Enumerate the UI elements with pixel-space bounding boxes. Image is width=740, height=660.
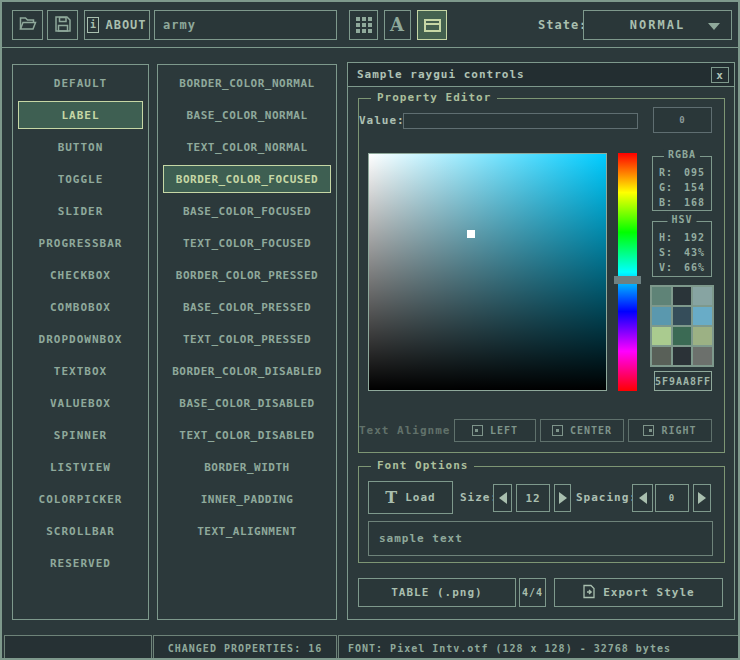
style-color-swatch[interactable] — [673, 307, 692, 325]
state-dropdown[interactable]: NORMAL — [583, 10, 732, 40]
hex-color-input[interactable]: 5F9AA8FF — [654, 371, 712, 391]
style-color-swatch[interactable] — [673, 287, 692, 305]
g-value: 154 — [684, 182, 705, 193]
grid-icon — [356, 17, 372, 33]
align-right-toggle[interactable]: RIGHT — [628, 419, 712, 442]
style-color-swatch[interactable] — [652, 327, 671, 345]
controls-list-item[interactable]: COLORPICKER — [18, 485, 143, 513]
property-item[interactable]: BASE_COLOR_NORMAL — [163, 101, 331, 129]
controls-list-item[interactable]: DROPDOWNBOX — [18, 325, 143, 353]
align-left-toggle[interactable]: LEFT — [454, 419, 536, 442]
style-color-swatch[interactable] — [652, 347, 671, 365]
properties-list: BORDER_COLOR_NORMAL BASE_COLOR_NORMAL TE… — [157, 64, 337, 620]
export-style-label: Export Style — [603, 586, 694, 599]
property-item[interactable]: TEXT_COLOR_PRESSED — [163, 325, 331, 353]
value-label: Value: — [359, 114, 405, 127]
font-size-increase-button[interactable] — [554, 484, 571, 512]
rgba-g-row: G: 154 — [653, 180, 711, 195]
font-size-valuebox[interactable]: 12 — [516, 484, 550, 512]
about-button[interactable]: i ABOUT — [84, 10, 150, 40]
sample-text-input[interactable]: sample text — [368, 521, 713, 556]
controls-list-item[interactable]: TEXTBOX — [18, 357, 143, 385]
controls-list-item[interactable]: SLIDER — [18, 197, 143, 225]
property-item[interactable]: TEXT_ALIGNMENT — [163, 517, 331, 545]
color-picker-cursor[interactable] — [467, 230, 475, 238]
controls-view-button[interactable] — [417, 10, 447, 40]
align-center-label: CENTER — [570, 425, 612, 436]
property-item[interactable]: TEXT_COLOR_DISABLED — [163, 421, 331, 449]
status-changed-properties: CHANGED PROPERTIES: 16 — [153, 635, 337, 660]
controls-list-item[interactable]: RESERVED — [18, 549, 143, 577]
font-size-value: 12 — [525, 492, 540, 505]
v-value: 66% — [684, 262, 705, 273]
h-value: 192 — [684, 232, 705, 243]
controls-list-item[interactable]: SPINNER — [18, 421, 143, 449]
align-right-icon — [643, 425, 654, 436]
controls-list-item[interactable]: CHECKBOX — [18, 261, 143, 289]
table-pages-valuebox[interactable]: 4/4 — [519, 578, 546, 607]
property-item[interactable]: BASE_COLOR_FOCUSED — [163, 197, 331, 225]
style-color-swatch[interactable] — [693, 287, 712, 305]
style-color-swatch[interactable] — [652, 287, 671, 305]
property-item[interactable]: INNER_PADDING — [163, 485, 331, 513]
grid-view-button[interactable] — [349, 10, 378, 40]
controls-list-item[interactable]: TOGGLE — [18, 165, 143, 193]
save-style-button[interactable] — [47, 10, 78, 40]
sample-window-titlebar[interactable]: Sample raygui controls x — [348, 63, 734, 87]
sample-controls-window: Sample raygui controls x Property Editor… — [347, 62, 735, 620]
property-item-selected[interactable]: BORDER_COLOR_FOCUSED — [163, 165, 331, 193]
font-size-decrease-button[interactable] — [493, 484, 512, 512]
value-input[interactable] — [403, 113, 638, 129]
value-button[interactable]: 0 — [653, 107, 712, 133]
controls-list-item[interactable]: SCROLLBAR — [18, 517, 143, 545]
status-font-info: FONT: Pixel Intv.otf (128 x 128) - 32768… — [338, 635, 740, 660]
state-dropdown-value: NORMAL — [630, 18, 685, 32]
controls-list: DEFAULT LABEL BUTTON TOGGLE SLIDER PROGR… — [12, 64, 149, 620]
property-editor-label: Property Editor — [371, 91, 497, 104]
style-color-swatch[interactable] — [673, 347, 692, 365]
v-label: V: — [659, 262, 673, 273]
b-value: 168 — [684, 197, 705, 208]
property-item[interactable]: BASE_COLOR_DISABLED — [163, 389, 331, 417]
arrow-left-icon — [639, 492, 647, 504]
property-item[interactable]: BORDER_COLOR_NORMAL — [163, 69, 331, 97]
hue-slider-handle[interactable] — [614, 276, 641, 284]
font-spacing-decrease-button[interactable] — [632, 484, 653, 512]
table-png-label: TABLE (.png) — [391, 586, 482, 599]
property-item[interactable]: BORDER_COLOR_DISABLED — [163, 357, 331, 385]
r-label: R: — [659, 167, 673, 178]
table-pages-value: 4/4 — [522, 587, 543, 598]
style-color-swatch[interactable] — [673, 327, 692, 345]
controls-list-item[interactable]: PROGRESSBAR — [18, 229, 143, 257]
r-value: 095 — [684, 167, 705, 178]
style-color-swatch[interactable] — [693, 307, 712, 325]
table-png-button[interactable]: TABLE (.png) — [358, 578, 516, 607]
hue-slider[interactable] — [618, 153, 637, 391]
export-style-button[interactable]: Export Style — [554, 578, 723, 607]
font-load-button[interactable]: T Load — [368, 481, 453, 514]
style-name-input[interactable] — [154, 10, 337, 40]
close-icon[interactable]: x — [711, 67, 729, 83]
property-item[interactable]: TEXT_COLOR_FOCUSED — [163, 229, 331, 257]
font-spacing-increase-button[interactable] — [693, 484, 711, 512]
property-item[interactable]: TEXT_COLOR_NORMAL — [163, 133, 331, 161]
controls-list-item[interactable]: COMBOBOX — [18, 293, 143, 321]
controls-list-item[interactable]: VALUEBOX — [18, 389, 143, 417]
font-info-text: FONT: Pixel Intv.otf (128 x 128) - 32768… — [348, 643, 671, 654]
controls-list-item-selected[interactable]: LABEL — [18, 101, 143, 129]
property-item[interactable]: BORDER_COLOR_PRESSED — [163, 261, 331, 289]
font-view-button[interactable]: A — [384, 10, 411, 40]
style-color-swatch[interactable] — [693, 327, 712, 345]
style-color-swatch[interactable] — [652, 307, 671, 325]
property-item[interactable]: BORDER_WIDTH — [163, 453, 331, 481]
open-style-button[interactable] — [12, 10, 43, 40]
controls-list-item[interactable]: LISTVIEW — [18, 453, 143, 481]
font-spacing-valuebox[interactable]: 0 — [655, 484, 689, 512]
controls-list-item[interactable]: BUTTON — [18, 133, 143, 161]
style-color-swatch[interactable] — [693, 347, 712, 365]
controls-list-item[interactable]: DEFAULT — [18, 69, 143, 97]
window-panel-icon — [424, 19, 441, 32]
property-item[interactable]: BASE_COLOR_PRESSED — [163, 293, 331, 321]
color-picker-panel[interactable] — [368, 153, 607, 391]
align-center-toggle[interactable]: CENTER — [540, 419, 624, 442]
